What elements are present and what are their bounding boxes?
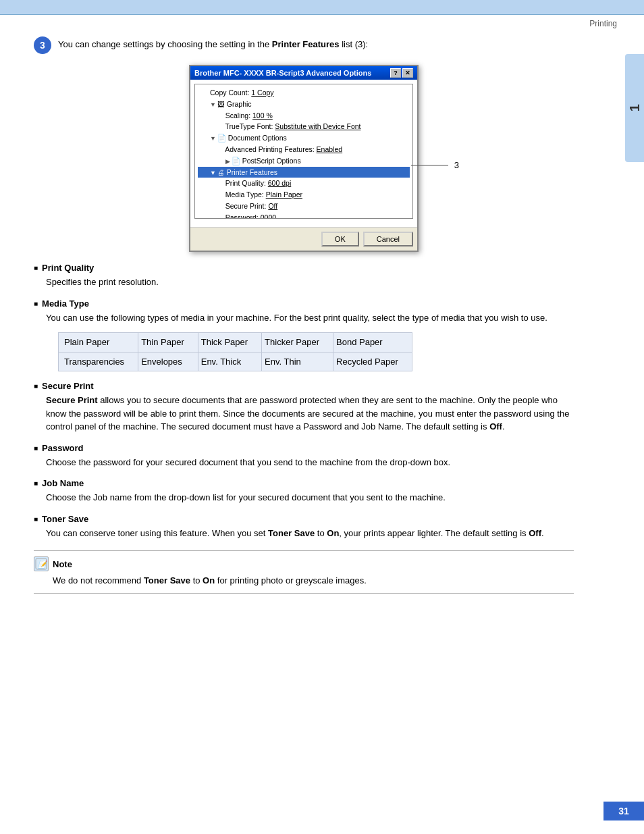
tree-item: Copy Count: 1 Copy [198,87,410,99]
tree-item: Print Quality: 600 dpi [198,178,410,189]
password-body: Choose the password for your secured doc… [46,456,574,469]
table-cell: Thick Paper [198,333,261,353]
print-quality-body: Specifies the print resolution. [46,276,574,289]
note-bold1: Toner Save [144,575,190,585]
dialog-close-button[interactable]: ✕ [402,68,413,78]
dialog-tree[interactable]: Copy Count: 1 Copy ▼🖼 Graphic Scaling: 1… [194,84,413,219]
note-bold2: On [203,575,215,585]
tree-item-selected[interactable]: ▼🖨 Printer Features [198,167,410,178]
media-type-intro: You can use the following types of media… [46,311,574,372]
secure-print-body2: . [502,421,505,432]
toner-save-body-mid: to [315,528,327,538]
dialog-titlebar-buttons: ? ✕ [390,68,413,78]
print-quality-title: Print Quality [34,263,574,273]
note-body-after: for printing photo or greyscale images. [215,575,367,585]
tree-item: Scaling: 100 % [198,110,410,122]
table-cell: Thicker Paper [262,333,333,353]
note-body-mid: to [190,575,203,585]
note-title: Note [53,559,72,569]
toner-save-body-after: , your prints appear lighter. The defaul… [339,528,529,538]
secure-print-title: Secure Print [34,381,574,391]
table-cell: Transparencies [59,352,138,371]
tree-item: Advanced Printing Features: Enabled [198,144,410,155]
tree-item: ▼🖼 Graphic [198,99,410,110]
page-header: Printing [0,15,644,30]
secure-print-body: Secure Print allows you to secure docume… [46,394,574,434]
table-cell: Plain Paper [59,333,138,353]
callout-line [411,159,452,172]
dialog-titlebar: Brother MFC- XXXX BR-Script3 Advanced Op… [190,66,417,80]
note-body: We do not recommend Toner Save to On for… [53,574,574,588]
tree-item: Media Type: Plain Paper [198,189,410,201]
secure-print-bold1: Secure Print [46,395,98,405]
page-title: Printing [589,19,617,28]
media-table: Plain Paper Thin Paper Thick Paper Thick… [58,332,412,371]
job-name-title: Job Name [34,478,574,488]
page-number: 31 [603,802,644,820]
top-bar [0,0,644,15]
media-type-section: Media Type You can use the following typ… [34,298,574,372]
password-title: Password [34,443,574,453]
chapter-tab: 1 [625,54,644,162]
media-type-intro-text: You can use the following types of media… [46,313,547,323]
chapter-tab-label: 1 [627,104,643,111]
note-icon: 📝 [34,556,49,571]
step3-text-before: You can change settings by choosing the … [58,39,272,49]
dialog-title: Brother MFC- XXXX BR-Script3 Advanced Op… [194,69,371,77]
media-type-title: Media Type [34,298,574,309]
dialog-body: Copy Count: 1 Copy ▼🖼 Graphic Scaling: 1… [190,80,417,227]
step3-text-after: list (3): [340,39,369,49]
dialog-cancel-button[interactable]: Cancel [363,232,413,246]
toner-save-title: Toner Save [34,514,574,524]
callout-label: 3 [454,160,459,170]
table-cell: Env. Thick [198,352,261,371]
note-header: 📝 Note [34,556,574,571]
step-badge: 3 [34,36,51,54]
toner-save-section: Toner Save You can conserve toner using … [34,514,574,540]
dialog-box: Brother MFC- XXXX BR-Script3 Advanced Op… [189,65,419,252]
table-cell: Env. Thin [262,352,333,371]
toner-save-bold1: Toner Save [268,528,315,538]
toner-save-body-before: You can conserve toner using this featur… [46,528,268,538]
tree-item: TrueType Font: Substitute with Device Fo… [198,121,410,132]
tree-item: ▶📄 PostScript Options [198,155,410,167]
tree-item: ▼📄 Document Options [198,132,410,144]
table-cell: Thin Paper [138,333,198,353]
secure-print-section: Secure Print Secure Print allows you to … [34,381,574,434]
table-cell: Envelopes [138,352,198,371]
toner-save-body-end: . [541,528,544,538]
dialog-help-button[interactable]: ? [390,68,401,78]
dialog-ok-button[interactable]: OK [321,232,359,246]
tree-item: Secure Print: Off [198,201,410,212]
dialog-footer: OK Cancel [190,227,417,251]
table-row: Transparencies Envelopes Env. Thick Env.… [59,352,412,371]
step3-section: 3 You can change settings by choosing th… [34,36,574,54]
password-section: Password Choose the password for your se… [34,443,574,469]
secure-print-bold2: Off [489,421,502,432]
step3-text: You can change settings by choosing the … [58,36,368,51]
job-name-section: Job Name Choose the Job name from the dr… [34,478,574,504]
step3-text-bold: Printer Features [272,39,340,49]
note-box: 📝 Note We do not recommend Toner Save to… [34,550,574,594]
callout: 3 [411,159,459,172]
dialog-container: Brother MFC- XXXX BR-Script3 Advanced Op… [34,65,574,252]
table-row: Plain Paper Thin Paper Thick Paper Thick… [59,333,412,353]
table-cell: Recycled Paper [333,352,412,371]
table-cell: Bond Paper [333,333,412,353]
svg-text:📝: 📝 [37,559,47,569]
print-quality-section: Print Quality Specifies the print resolu… [34,263,574,289]
note-body-before: We do not recommend [53,575,144,585]
note-pencil-icon: 📝 [35,558,47,570]
toner-save-bold3: Off [529,528,541,538]
job-name-body: Choose the Job name from the drop-down l… [46,491,574,504]
tree-item: Password: 0000 [198,212,410,219]
main-content: 3 You can change settings by choosing th… [0,30,608,614]
toner-save-body: You can conserve toner using this featur… [46,527,574,540]
toner-save-bold2: On [327,528,339,538]
